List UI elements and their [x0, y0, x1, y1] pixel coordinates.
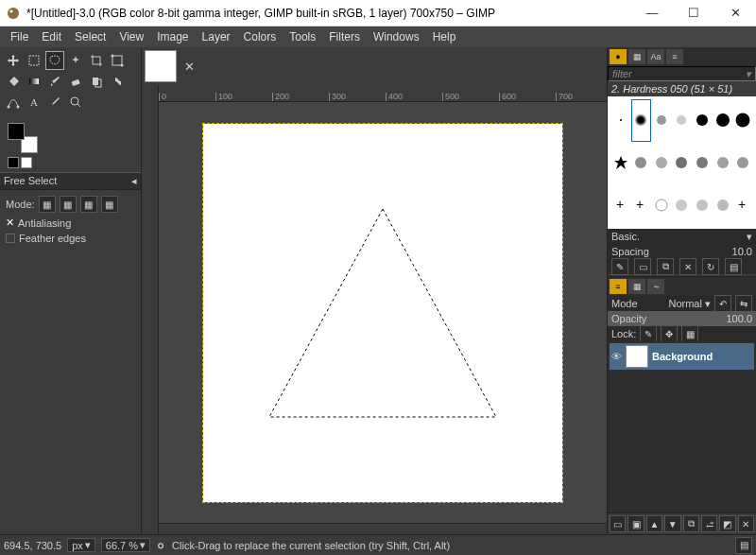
bucket-tool[interactable] — [4, 72, 23, 91]
gradient-tool[interactable] — [25, 72, 43, 91]
new-brush-icon[interactable]: ▭ — [634, 258, 651, 275]
transform-tool[interactable] — [108, 51, 127, 70]
brushes-tab[interactable]: ● — [610, 49, 627, 64]
fuzzy-select-tool[interactable] — [66, 51, 85, 70]
paintbrush-tool[interactable] — [45, 72, 64, 91]
visibility-icon[interactable]: 👁 — [611, 351, 622, 362]
lock-pixels-icon[interactable]: ✎ — [640, 325, 657, 342]
mode-intersect[interactable]: ▦ — [101, 196, 118, 213]
layer-row[interactable]: 👁 Background — [610, 343, 754, 370]
lasso-icon: ⭘ — [156, 540, 166, 551]
maximize-button[interactable]: ☐ — [673, 0, 714, 26]
svg-point-5 — [121, 64, 124, 67]
menu-colors[interactable]: Colors — [237, 30, 284, 43]
brush-filter-input[interactable]: filter▾ — [608, 66, 756, 81]
free-select-tool[interactable] — [45, 51, 64, 70]
layer-mode-reset-icon[interactable]: ↶ — [714, 295, 731, 312]
menu-tools[interactable]: Tools — [283, 30, 322, 43]
svg-marker-14 — [269, 209, 496, 417]
foreground-color[interactable] — [8, 123, 25, 140]
open-brush-icon[interactable]: ▤ — [725, 258, 742, 275]
color-selector[interactable] — [0, 119, 141, 172]
tool-options-title: Free Select — [4, 175, 57, 187]
mode-subtract[interactable]: ▦ — [80, 196, 97, 213]
text-tool[interactable]: A — [25, 93, 43, 112]
mask-layer-icon[interactable]: ◩ — [719, 515, 735, 532]
path-tool[interactable] — [4, 93, 23, 112]
horizontal-scrollbar[interactable] — [159, 523, 607, 534]
smudge-tool[interactable] — [108, 72, 127, 91]
svg-marker-22 — [614, 156, 627, 169]
menu-image[interactable]: Image — [150, 30, 195, 43]
tool-options-menu-icon[interactable]: ◂ — [131, 175, 137, 187]
swap-colors[interactable] — [8, 157, 19, 168]
menu-windows[interactable]: Windows — [367, 30, 426, 43]
layer-mode-dropdown[interactable]: Normal ▾ — [668, 298, 711, 310]
layer-list: 👁 Background — [608, 341, 756, 512]
fonts-tab[interactable]: Aa — [647, 49, 664, 64]
menu-view[interactable]: View — [112, 30, 150, 43]
new-group-icon[interactable]: ▣ — [627, 515, 644, 532]
delete-brush-icon[interactable]: ✕ — [679, 258, 696, 275]
merge-layer-icon[interactable]: ⥄ — [701, 515, 717, 532]
refresh-brush-icon[interactable]: ↻ — [702, 258, 719, 275]
status-nav-icon[interactable]: ▤ — [735, 537, 752, 554]
mode-replace[interactable]: ▦ — [39, 196, 56, 213]
zoom-dropdown[interactable]: 66.7 % ▾ — [101, 538, 150, 552]
new-layer-icon[interactable]: ▭ — [610, 515, 626, 532]
edit-brush-icon[interactable]: ✎ — [611, 258, 628, 275]
unit-dropdown[interactable]: px ▾ — [67, 538, 95, 552]
svg-point-4 — [112, 55, 114, 58]
brush-preset-dropdown[interactable]: Basic.▾ — [608, 229, 756, 244]
patterns-tab[interactable]: ▦ — [628, 49, 645, 64]
color-picker-tool[interactable] — [45, 93, 64, 112]
layers-tab[interactable]: ≡ — [610, 279, 627, 294]
canvas-viewport[interactable] — [159, 102, 607, 523]
zoom-tool[interactable] — [66, 93, 85, 112]
menu-file[interactable]: File — [4, 30, 35, 43]
raise-layer-icon[interactable]: ▲ — [646, 515, 662, 532]
svg-point-32 — [676, 199, 687, 211]
lock-alpha-icon[interactable]: ▦ — [681, 325, 698, 342]
menu-help[interactable]: Help — [426, 30, 463, 43]
canvas[interactable] — [203, 124, 562, 502]
svg-point-1 — [10, 9, 13, 12]
menu-edit[interactable]: Edit — [35, 30, 68, 43]
channels-tab[interactable]: ▦ — [628, 279, 645, 294]
brush-spacing-slider[interactable]: Spacing 10.0 — [608, 244, 756, 259]
feather-checkbox[interactable] — [6, 234, 15, 243]
lock-position-icon[interactable]: ✥ — [661, 325, 678, 342]
lower-layer-icon[interactable]: ▼ — [664, 515, 680, 532]
feather-label: Feather edges — [19, 233, 86, 244]
delete-layer-icon[interactable]: ✕ — [738, 515, 754, 532]
svg-text:+: + — [738, 198, 746, 212]
paths-tab[interactable]: ⏦ — [647, 279, 664, 294]
minimize-button[interactable]: — — [631, 0, 673, 26]
mode-add[interactable]: ▦ — [60, 196, 77, 213]
crop-tool[interactable] — [87, 51, 106, 70]
menu-select[interactable]: Select — [68, 30, 112, 43]
move-tool[interactable] — [4, 51, 23, 70]
duplicate-brush-icon[interactable]: ⧉ — [657, 258, 674, 275]
svg-point-10 — [8, 106, 10, 109]
eraser-tool[interactable] — [66, 72, 85, 91]
default-colors[interactable] — [21, 157, 32, 168]
layer-mode-switch-icon[interactable]: ⇆ — [735, 295, 752, 312]
history-tab[interactable]: ≡ — [666, 49, 683, 64]
menu-layer[interactable]: Layer — [196, 30, 237, 43]
layer-name[interactable]: Background — [652, 351, 713, 362]
svg-rect-6 — [29, 78, 39, 84]
layer-opacity-slider[interactable]: Opacity 100.0 — [608, 311, 756, 326]
close-button[interactable]: ✕ — [714, 0, 756, 26]
svg-point-11 — [17, 106, 20, 109]
duplicate-layer-icon[interactable]: ⧉ — [683, 515, 699, 532]
menu-filters[interactable]: Filters — [322, 30, 367, 43]
document-close-icon[interactable]: ✕ — [180, 58, 198, 75]
antialiasing-checkbox[interactable]: ✕ — [6, 217, 14, 229]
antialiasing-label: Antialiasing — [18, 217, 71, 229]
rect-select-tool[interactable] — [25, 51, 43, 70]
clone-tool[interactable] — [87, 72, 106, 91]
right-panel: ● ▦ Aa ≡ filter▾ 2. Hardness 050 (51 × 5… — [607, 47, 756, 534]
document-tab[interactable] — [145, 50, 177, 82]
brush-grid[interactable]: + + + — [608, 96, 756, 229]
